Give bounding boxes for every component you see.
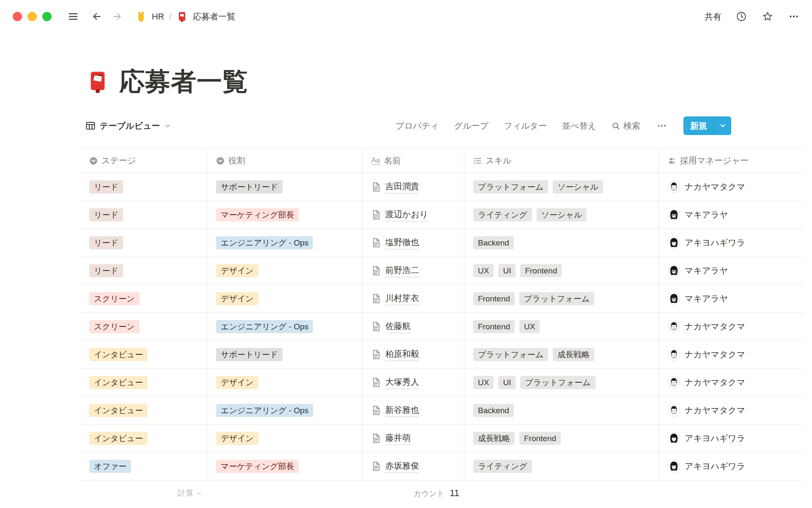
- applicant-name[interactable]: 渡辺かおり: [385, 209, 428, 221]
- stage-cell[interactable]: インタビュー: [80, 341, 207, 368]
- filter-button[interactable]: フィルター: [504, 120, 547, 132]
- new-button-label[interactable]: 新規: [683, 116, 714, 135]
- applicant-name[interactable]: 新谷雅也: [385, 404, 419, 417]
- applicant-name[interactable]: 川村芽衣: [385, 293, 419, 305]
- manager-cell[interactable]: ナカヤマタクマ: [659, 341, 804, 368]
- skills-cell[interactable]: ライティングソーシャル: [464, 201, 659, 229]
- stage-cell[interactable]: オファー: [80, 453, 207, 480]
- skills-cell[interactable]: ライティング: [464, 453, 659, 480]
- role-cell[interactable]: デザイン: [207, 425, 362, 452]
- stage-cell[interactable]: リード: [80, 257, 207, 284]
- skills-cell[interactable]: UXUIFrontend: [464, 257, 659, 284]
- role-cell[interactable]: デザイン: [207, 285, 362, 312]
- manager-cell[interactable]: アキヨハギワラ: [659, 229, 804, 257]
- new-button[interactable]: 新規: [683, 116, 731, 135]
- stage-cell[interactable]: リード: [80, 201, 207, 229]
- skills-cell[interactable]: UXUIプラットフォーム: [464, 369, 659, 396]
- properties-button[interactable]: プロパティ: [395, 120, 439, 132]
- applicant-name[interactable]: 藤井萌: [385, 432, 411, 445]
- manager-cell[interactable]: マキアラヤ: [659, 201, 804, 229]
- manager-cell[interactable]: アキヨハギワラ: [659, 425, 804, 452]
- manager-cell[interactable]: マキアラヤ: [659, 257, 804, 284]
- stage-cell[interactable]: インタビュー: [80, 425, 207, 452]
- role-cell[interactable]: デザイン: [207, 257, 362, 284]
- name-cell[interactable]: 川村芽衣: [362, 285, 464, 312]
- forward-icon[interactable]: [111, 10, 123, 23]
- applicant-name[interactable]: 塩野徹也: [385, 237, 419, 249]
- column-header-name[interactable]: Aa 名前: [362, 149, 464, 173]
- new-button-dropdown[interactable]: [714, 116, 731, 135]
- view-more-icon[interactable]: [656, 119, 668, 132]
- applicant-name[interactable]: 吉田潤貴: [385, 181, 419, 193]
- skills-cell[interactable]: FrontendUX: [464, 313, 659, 340]
- share-button[interactable]: 共有: [705, 11, 721, 22]
- column-header-skills[interactable]: スキル: [464, 149, 659, 173]
- applicant-name[interactable]: 佐藤航: [385, 320, 411, 333]
- back-icon[interactable]: [91, 10, 103, 23]
- name-cell[interactable]: 大塚秀人: [362, 369, 464, 396]
- sort-button[interactable]: 並べ替え: [562, 120, 596, 132]
- view-switcher[interactable]: テーブルビュー: [85, 120, 171, 132]
- stage-cell[interactable]: インタビュー: [80, 397, 207, 424]
- role-cell[interactable]: マーケティング部長: [207, 453, 362, 480]
- manager-cell[interactable]: ナカヤマタクマ: [659, 173, 804, 201]
- skills-cell[interactable]: プラットフォーム成長戦略: [464, 341, 659, 368]
- applicant-name[interactable]: 大塚秀人: [385, 376, 419, 389]
- manager-cell[interactable]: ナカヤマタクマ: [659, 313, 804, 340]
- name-cell[interactable]: 佐藤航: [362, 313, 464, 340]
- role-cell[interactable]: マーケティング部長: [207, 201, 362, 229]
- applicant-name[interactable]: 前野浩二: [385, 265, 419, 277]
- star-icon[interactable]: [761, 10, 774, 23]
- role-cell[interactable]: デザイン: [207, 369, 362, 396]
- applicant-name[interactable]: 柏原和毅: [385, 348, 419, 361]
- window-close-button[interactable]: [13, 12, 22, 21]
- name-cell[interactable]: 赤坂雅俊: [362, 453, 464, 480]
- clock-icon[interactable]: [735, 10, 748, 23]
- page-icon: [371, 433, 381, 443]
- applicants-table: ステージ 役割 Aa 名前 スキル 採用マネージャー リード: [80, 148, 804, 480]
- manager-cell[interactable]: ナカヤマタクマ: [659, 397, 804, 424]
- name-cell[interactable]: 塩野徹也: [362, 229, 464, 257]
- stage-cell[interactable]: リード: [80, 173, 207, 201]
- search-button[interactable]: 検索: [612, 120, 640, 132]
- role-cell[interactable]: エンジニアリング - Ops: [207, 229, 362, 257]
- role-cell[interactable]: サポートリード: [207, 173, 362, 201]
- stage-cell[interactable]: リード: [80, 229, 207, 257]
- skills-cell[interactable]: Frontendプラットフォーム: [464, 285, 659, 312]
- name-cell[interactable]: 新谷雅也: [362, 397, 464, 424]
- skills-cell[interactable]: 成長戦略Frontend: [464, 425, 659, 452]
- window-minimize-button[interactable]: [27, 12, 37, 21]
- skills-cell[interactable]: Backend: [464, 397, 659, 424]
- more-icon[interactable]: [787, 10, 800, 23]
- group-button[interactable]: グループ: [454, 120, 488, 132]
- breadcrumb-page[interactable]: 応募者一覧: [193, 11, 235, 22]
- window-zoom-button[interactable]: [42, 12, 52, 21]
- stage-cell[interactable]: スクリーン: [80, 313, 207, 340]
- role-cell[interactable]: エンジニアリング - Ops: [207, 313, 362, 340]
- calculate-button[interactable]: 計算: [178, 488, 202, 499]
- stage-cell[interactable]: スクリーン: [80, 285, 207, 312]
- column-header-manager[interactable]: 採用マネージャー: [659, 149, 804, 173]
- skills-cell[interactable]: プラットフォームソーシャル: [464, 173, 659, 201]
- name-cell[interactable]: 藤井萌: [362, 425, 464, 452]
- breadcrumb-workspace[interactable]: HR: [152, 12, 164, 22]
- column-header-role[interactable]: 役割: [207, 149, 362, 173]
- role-cell[interactable]: サポートリード: [207, 341, 362, 368]
- column-header-stage[interactable]: ステージ: [80, 149, 207, 173]
- stage-tag: インタビュー: [89, 432, 148, 445]
- name-cell[interactable]: 柏原和毅: [362, 341, 464, 368]
- menu-icon[interactable]: [67, 10, 80, 23]
- name-cell[interactable]: 吉田潤貴: [362, 173, 464, 201]
- page-postbox-icon[interactable]: [85, 69, 110, 94]
- role-cell[interactable]: エンジニアリング - Ops: [207, 397, 362, 424]
- skills-cell[interactable]: Backend: [464, 229, 659, 257]
- page-title[interactable]: 応募者一覧: [119, 67, 248, 96]
- name-cell[interactable]: 前野浩二: [362, 257, 464, 284]
- manager-cell[interactable]: アキヨハギワラ: [659, 453, 804, 480]
- stage-cell[interactable]: インタビュー: [80, 369, 207, 396]
- manager-cell[interactable]: ナカヤマタクマ: [659, 369, 804, 396]
- manager-cell[interactable]: マキアラヤ: [659, 285, 804, 312]
- name-cell[interactable]: 渡辺かおり: [362, 201, 464, 229]
- count-cell[interactable]: カウント 11: [362, 480, 464, 506]
- applicant-name[interactable]: 赤坂雅俊: [385, 460, 419, 473]
